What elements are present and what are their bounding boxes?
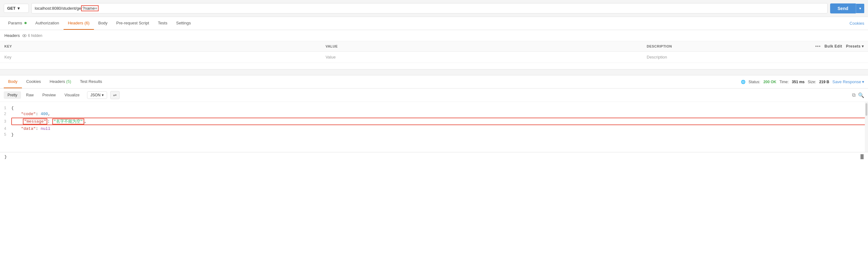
line-number-1: 1 — [0, 106, 11, 110]
save-response-button[interactable]: Save Response ▾ — [832, 79, 864, 84]
response-section: Body Cookies Headers (5) Test Results 🌐 … — [0, 75, 868, 161]
url-bar-section: GET ▾ localhost:8080/student/ge?name= Se… — [0, 0, 868, 17]
code-content-2: "code": 400, — [11, 112, 868, 117]
send-button-wrapper: Send ▾ — [830, 3, 864, 13]
line-number-4: 4 — [0, 127, 11, 131]
size-label: Size: — [808, 80, 816, 84]
response-tab-headers[interactable]: Headers (5) — [45, 75, 76, 88]
bulk-edit-button[interactable]: Bulk Edit — [825, 44, 842, 48]
col-description: DESCRIPTION ••• Bulk Edit Presets ▾ — [642, 41, 868, 52]
tab-authorization-label: Authorization — [35, 21, 59, 25]
headers-table: KEY VALUE DESCRIPTION ••• Bulk Edit Pres… — [0, 41, 868, 63]
tab-settings[interactable]: Settings — [172, 17, 195, 30]
value-cell[interactable]: Value — [321, 52, 643, 63]
params-dot — [24, 22, 27, 24]
hidden-badge: 6 hidden — [22, 33, 42, 38]
tab-authorization[interactable]: Authorization — [31, 17, 64, 30]
method-text: GET — [7, 6, 16, 11]
request-tabs: Params Authorization Headers (6) Body Pr… — [0, 17, 868, 30]
format-tab-pretty[interactable]: Pretty — [4, 91, 21, 99]
url-input[interactable]: localhost:8080/student/ge?name= — [31, 3, 828, 13]
table-row-placeholder[interactable]: Key Value Description — [0, 52, 868, 63]
code-content-5: } — [11, 132, 868, 137]
tab-pre-request[interactable]: Pre-request Script — [112, 17, 153, 30]
wrap-icon-button[interactable]: ⇌ — [110, 91, 120, 99]
response-meta: 🌐 Status: 200 OK Time: 351 ms Size: 219 … — [741, 79, 864, 84]
json-response-body: 1 { 2 "code": 400, 3 "message": "名字不能为空"… — [0, 102, 868, 152]
bottom-cursor: } — [4, 155, 7, 159]
scrollbar-track[interactable] — [865, 102, 868, 152]
search-icon[interactable]: 🔍 — [858, 92, 864, 98]
response-tab-test-results[interactable]: Test Results — [75, 75, 106, 88]
url-base: localhost:8080/student/ge — [35, 6, 81, 11]
scrollbar-thumb[interactable] — [866, 103, 867, 116]
code-line-5: 5 } — [0, 132, 868, 138]
tab-tests-label: Tests — [158, 21, 167, 25]
tab-pre-request-label: Pre-request Script — [116, 21, 149, 25]
code-line-4: 4 "data": null — [0, 126, 868, 132]
wrap-lines-icon: ⇌ — [113, 93, 117, 98]
tab-headers[interactable]: Headers (6) — [64, 17, 94, 30]
response-headers-badge: (5) — [66, 79, 71, 84]
status-label: Status: — [749, 80, 760, 84]
size-value: 219 B — [819, 80, 829, 84]
json-format-select[interactable]: JSON ▾ — [87, 91, 107, 99]
code-line-2: 2 "code": 400, — [0, 111, 868, 117]
hidden-count: 6 hidden — [28, 33, 42, 38]
cursor-indicator — [861, 154, 864, 159]
code-content-4: "data": null — [11, 126, 868, 131]
method-chevron: ▾ — [18, 6, 20, 11]
cookies-link[interactable]: Cookies — [849, 21, 864, 26]
url-highlight: ?name= — [81, 5, 98, 11]
section-divider — [0, 69, 868, 75]
table-actions: ••• Bulk Edit Presets ▾ — [815, 44, 864, 49]
time-value: 351 ms — [792, 80, 805, 84]
tab-headers-label: Headers — [68, 21, 83, 25]
tab-body[interactable]: Body — [94, 17, 112, 30]
tab-settings-label: Settings — [176, 21, 191, 25]
format-tab-preview[interactable]: Preview — [38, 91, 60, 99]
code-actions: ⧉ 🔍 — [852, 92, 864, 98]
description-cell[interactable]: Description — [642, 52, 868, 63]
line-number-5: 5 — [0, 133, 11, 137]
format-tab-visualize[interactable]: Visualize — [61, 91, 83, 99]
headers-label: Headers — [4, 33, 20, 38]
format-tab-raw[interactable]: Raw — [22, 91, 37, 99]
col-value: VALUE — [321, 41, 643, 52]
response-tab-body[interactable]: Body — [4, 75, 22, 88]
code-line-1: 1 { — [0, 105, 868, 111]
format-tabs-bar: Pretty Raw Preview Visualize JSON ▾ ⇌ ⧉ … — [0, 89, 868, 102]
status-value: 200 OK — [764, 80, 776, 84]
globe-icon: 🌐 — [741, 80, 746, 84]
tab-params[interactable]: Params — [4, 17, 31, 30]
method-select[interactable]: GET ▾ — [4, 4, 29, 13]
presets-button[interactable]: Presets ▾ — [846, 44, 864, 48]
key-cell[interactable]: Key — [0, 52, 321, 63]
tab-headers-badge: (6) — [85, 21, 90, 25]
line-number-2: 2 — [0, 112, 11, 117]
code-area: 1 { 2 "code": 400, 3 "message": "名字不能为空"… — [0, 102, 868, 152]
bottom-bar: } — [0, 152, 868, 161]
col-key: KEY — [0, 41, 321, 52]
response-tab-cookies[interactable]: Cookies — [22, 75, 45, 88]
svg-point-1 — [24, 35, 25, 36]
send-dropdown-button[interactable]: ▾ — [856, 4, 864, 13]
response-tabs-bar: Body Cookies Headers (5) Test Results 🌐 … — [0, 75, 868, 89]
code-line-3: 3 "message": "名字不能为空", — [0, 117, 868, 126]
send-button[interactable]: Send — [830, 3, 856, 13]
code-content-3: "message": "名字不能为空", — [11, 118, 868, 125]
line-number-3: 3 — [0, 120, 11, 124]
time-label: Time: — [779, 80, 789, 84]
code-content-1: { — [11, 106, 868, 110]
headers-subsection: Headers 6 hidden — [0, 30, 868, 41]
more-options-icon[interactable]: ••• — [815, 44, 821, 49]
tab-body-label: Body — [98, 21, 108, 25]
eye-icon — [22, 33, 27, 38]
tab-params-label: Params — [8, 21, 22, 25]
copy-icon[interactable]: ⧉ — [852, 92, 856, 98]
tab-tests[interactable]: Tests — [153, 17, 172, 30]
